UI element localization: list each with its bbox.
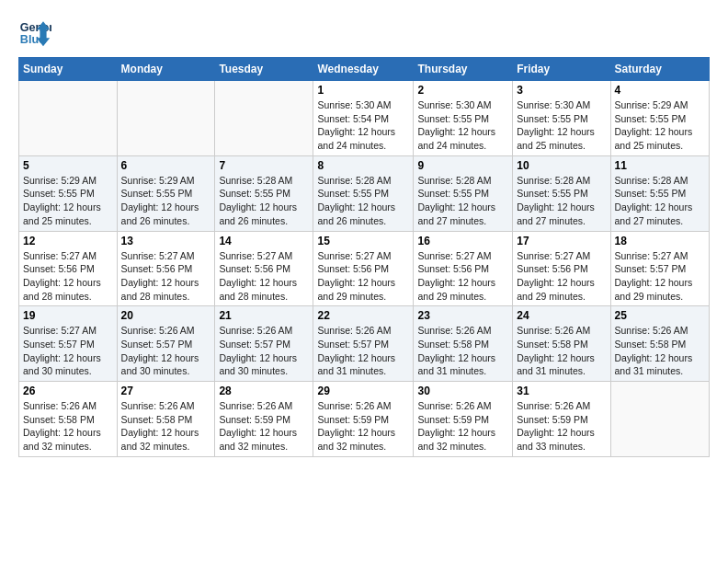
day-cell: 27Sunrise: 5:26 AM Sunset: 5:58 PM Dayli… [117,382,215,457]
day-cell: 7Sunrise: 5:28 AM Sunset: 5:55 PM Daylig… [215,155,313,231]
day-info: Sunrise: 5:28 AM Sunset: 5:55 PM Dayligh… [615,174,705,228]
logo: General Blue [18,15,55,48]
day-cell: 6Sunrise: 5:29 AM Sunset: 5:55 PM Daylig… [117,155,215,231]
day-cell: 10Sunrise: 5:28 AM Sunset: 5:55 PM Dayli… [513,155,610,231]
day-cell [215,81,313,156]
logo-icon: General Blue [18,15,51,48]
day-cell: 2Sunrise: 5:30 AM Sunset: 5:55 PM Daylig… [414,81,513,156]
day-cell: 22Sunrise: 5:26 AM Sunset: 5:57 PM Dayli… [313,306,414,382]
day-info: Sunrise: 5:27 AM Sunset: 5:56 PM Dayligh… [23,249,113,304]
day-info: Sunrise: 5:26 AM Sunset: 5:59 PM Dayligh… [317,399,409,454]
weekday-header-friday: Friday [513,58,610,81]
day-info: Sunrise: 5:27 AM Sunset: 5:56 PM Dayligh… [517,249,606,304]
day-cell: 31Sunrise: 5:26 AM Sunset: 5:59 PM Dayli… [513,382,610,457]
weekday-header-thursday: Thursday [414,58,513,81]
day-info: Sunrise: 5:26 AM Sunset: 5:58 PM Dayligh… [517,324,606,378]
week-row-3: 12Sunrise: 5:27 AM Sunset: 5:56 PM Dayli… [19,231,710,306]
day-info: Sunrise: 5:30 AM Sunset: 5:55 PM Dayligh… [517,98,606,153]
day-cell: 13Sunrise: 5:27 AM Sunset: 5:56 PM Dayli… [117,231,215,306]
day-cell: 23Sunrise: 5:26 AM Sunset: 5:58 PM Dayli… [414,306,513,382]
weekday-header-tuesday: Tuesday [215,58,313,81]
day-number: 25 [615,309,705,322]
day-info: Sunrise: 5:26 AM Sunset: 5:57 PM Dayligh… [121,324,211,378]
day-number: 14 [219,235,309,247]
day-number: 1 [317,84,409,97]
day-number: 28 [219,385,309,397]
day-cell: 4Sunrise: 5:29 AM Sunset: 5:55 PM Daylig… [610,81,709,156]
weekday-header-row: SundayMondayTuesdayWednesdayThursdayFrid… [19,58,710,81]
day-cell: 9Sunrise: 5:28 AM Sunset: 5:55 PM Daylig… [414,155,513,231]
day-number: 3 [517,84,606,97]
weekday-header-sunday: Sunday [19,58,118,81]
day-number: 22 [317,309,409,322]
day-cell: 20Sunrise: 5:26 AM Sunset: 5:57 PM Dayli… [117,306,215,382]
day-info: Sunrise: 5:28 AM Sunset: 5:55 PM Dayligh… [317,174,409,228]
day-number: 31 [517,385,606,397]
day-number: 9 [417,159,508,172]
day-info: Sunrise: 5:26 AM Sunset: 5:59 PM Dayligh… [219,399,309,454]
day-info: Sunrise: 5:28 AM Sunset: 5:55 PM Dayligh… [219,174,309,228]
day-cell: 24Sunrise: 5:26 AM Sunset: 5:58 PM Dayli… [513,306,610,382]
day-cell: 16Sunrise: 5:27 AM Sunset: 5:56 PM Dayli… [414,231,513,306]
day-number: 16 [417,235,508,247]
day-cell: 14Sunrise: 5:27 AM Sunset: 5:56 PM Dayli… [215,231,313,306]
day-info: Sunrise: 5:27 AM Sunset: 5:57 PM Dayligh… [23,324,113,378]
week-row-2: 5Sunrise: 5:29 AM Sunset: 5:55 PM Daylig… [19,155,710,231]
day-number: 8 [317,159,409,172]
day-info: Sunrise: 5:27 AM Sunset: 5:57 PM Dayligh… [615,249,705,304]
day-info: Sunrise: 5:27 AM Sunset: 5:56 PM Dayligh… [121,249,211,304]
day-number: 27 [121,385,211,397]
day-cell: 26Sunrise: 5:26 AM Sunset: 5:58 PM Dayli… [19,382,118,457]
day-info: Sunrise: 5:30 AM Sunset: 5:55 PM Dayligh… [417,98,508,153]
day-number: 30 [417,385,508,397]
day-cell [19,81,118,156]
day-cell: 8Sunrise: 5:28 AM Sunset: 5:55 PM Daylig… [313,155,414,231]
day-info: Sunrise: 5:26 AM Sunset: 5:58 PM Dayligh… [615,324,705,378]
day-info: Sunrise: 5:29 AM Sunset: 5:55 PM Dayligh… [23,174,113,228]
day-number: 26 [23,385,113,397]
day-cell: 12Sunrise: 5:27 AM Sunset: 5:56 PM Dayli… [19,231,118,306]
day-info: Sunrise: 5:27 AM Sunset: 5:56 PM Dayligh… [317,249,409,304]
day-cell: 11Sunrise: 5:28 AM Sunset: 5:55 PM Dayli… [610,155,709,231]
day-number: 10 [517,159,606,172]
day-cell: 29Sunrise: 5:26 AM Sunset: 5:59 PM Dayli… [313,382,414,457]
weekday-header-monday: Monday [117,58,215,81]
day-number: 20 [121,309,211,322]
day-number: 6 [121,159,211,172]
day-number: 13 [121,235,211,247]
day-number: 17 [517,235,606,247]
weekday-header-wednesday: Wednesday [313,58,414,81]
day-info: Sunrise: 5:30 AM Sunset: 5:54 PM Dayligh… [317,98,409,153]
week-row-5: 26Sunrise: 5:26 AM Sunset: 5:58 PM Dayli… [19,382,710,457]
weekday-header-saturday: Saturday [610,58,709,81]
day-number: 19 [23,309,113,322]
day-info: Sunrise: 5:27 AM Sunset: 5:56 PM Dayligh… [417,249,508,304]
day-cell: 25Sunrise: 5:26 AM Sunset: 5:58 PM Dayli… [610,306,709,382]
day-info: Sunrise: 5:26 AM Sunset: 5:57 PM Dayligh… [219,324,309,378]
day-info: Sunrise: 5:27 AM Sunset: 5:56 PM Dayligh… [219,249,309,304]
day-number: 2 [417,84,508,97]
day-number: 4 [615,84,705,97]
week-row-1: 1Sunrise: 5:30 AM Sunset: 5:54 PM Daylig… [19,81,710,156]
day-info: Sunrise: 5:26 AM Sunset: 5:58 PM Dayligh… [417,324,508,378]
day-number: 29 [317,385,409,397]
header: General Blue [18,15,710,48]
day-info: Sunrise: 5:28 AM Sunset: 5:55 PM Dayligh… [517,174,606,228]
day-info: Sunrise: 5:29 AM Sunset: 5:55 PM Dayligh… [121,174,211,228]
day-cell: 1Sunrise: 5:30 AM Sunset: 5:54 PM Daylig… [313,81,414,156]
day-cell: 30Sunrise: 5:26 AM Sunset: 5:59 PM Dayli… [414,382,513,457]
day-cell [610,382,709,457]
day-number: 18 [615,235,705,247]
day-cell: 28Sunrise: 5:26 AM Sunset: 5:59 PM Dayli… [215,382,313,457]
day-info: Sunrise: 5:26 AM Sunset: 5:59 PM Dayligh… [417,399,508,454]
day-number: 24 [517,309,606,322]
week-row-4: 19Sunrise: 5:27 AM Sunset: 5:57 PM Dayli… [19,306,710,382]
day-cell: 18Sunrise: 5:27 AM Sunset: 5:57 PM Dayli… [610,231,709,306]
day-info: Sunrise: 5:26 AM Sunset: 5:58 PM Dayligh… [23,399,113,454]
day-cell: 19Sunrise: 5:27 AM Sunset: 5:57 PM Dayli… [19,306,118,382]
day-cell: 17Sunrise: 5:27 AM Sunset: 5:56 PM Dayli… [513,231,610,306]
day-cell: 5Sunrise: 5:29 AM Sunset: 5:55 PM Daylig… [19,155,118,231]
day-info: Sunrise: 5:26 AM Sunset: 5:57 PM Dayligh… [317,324,409,378]
day-cell: 21Sunrise: 5:26 AM Sunset: 5:57 PM Dayli… [215,306,313,382]
calendar: SundayMondayTuesdayWednesdayThursdayFrid… [18,57,710,457]
